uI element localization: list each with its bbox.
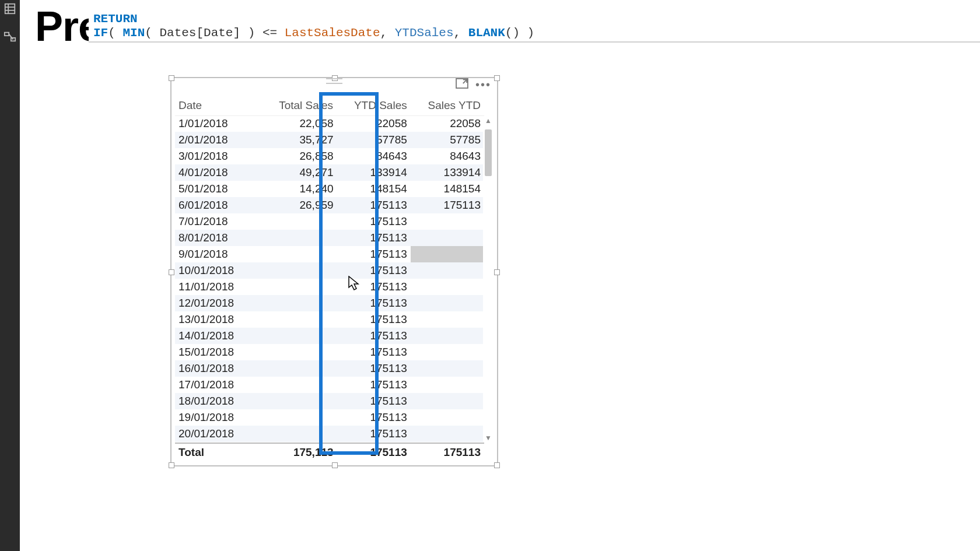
resize-handle-se[interactable] — [494, 462, 500, 468]
cell-total[interactable] — [263, 230, 337, 246]
cell-total[interactable] — [263, 393, 337, 409]
cell-date[interactable]: 18/01/2018 — [175, 393, 263, 409]
cell-date[interactable]: 16/01/2018 — [175, 360, 263, 377]
cell-ytd[interactable]: 22058 — [337, 115, 411, 132]
cell-sytd[interactable]: 175113 — [411, 197, 483, 213]
cell-sytd[interactable] — [411, 328, 483, 344]
table-row[interactable]: 13/01/2018175113 — [175, 311, 483, 328]
cell-sytd[interactable] — [411, 279, 483, 295]
cell-total[interactable] — [263, 246, 337, 262]
cell-total[interactable]: 26,959 — [263, 197, 337, 213]
cell-date[interactable]: 9/01/2018 — [175, 246, 263, 262]
cell-total[interactable]: 49,271 — [263, 164, 337, 181]
cell-ytd[interactable]: 175113 — [337, 344, 411, 360]
cell-ytd[interactable]: 84643 — [337, 148, 411, 164]
table-row[interactable]: 10/01/2018175113 — [175, 262, 483, 279]
table-row[interactable]: 3/01/201826,8588464384643 — [175, 148, 483, 164]
cell-sytd[interactable]: 148154 — [411, 181, 483, 197]
cell-date[interactable]: 1/01/2018 — [175, 115, 263, 132]
cell-date[interactable]: 20/01/2018 — [175, 426, 263, 442]
cell-sytd[interactable]: 22058 — [411, 115, 483, 132]
resize-handle-w[interactable] — [169, 269, 174, 275]
table-row[interactable]: 9/01/2018175113 — [175, 246, 483, 262]
cell-date[interactable]: 19/01/2018 — [175, 409, 263, 426]
cell-total[interactable] — [263, 295, 337, 311]
cell-sytd[interactable] — [411, 393, 483, 409]
focus-mode-icon[interactable] — [456, 78, 468, 91]
cell-total[interactable] — [263, 311, 337, 328]
cell-sytd[interactable] — [411, 246, 483, 262]
cell-ytd[interactable]: 57785 — [337, 132, 411, 148]
cell-date[interactable]: 11/01/2018 — [175, 279, 263, 295]
cell-date[interactable]: 12/01/2018 — [175, 295, 263, 311]
cell-sytd[interactable]: 57785 — [411, 132, 483, 148]
cell-total[interactable] — [263, 328, 337, 344]
cell-date[interactable]: 5/01/2018 — [175, 181, 263, 197]
scroll-up-icon[interactable]: ▲ — [483, 115, 494, 126]
report-canvas[interactable]: ••• Date Total Sales YTD Sales Sales YTD — [20, 45, 980, 551]
cell-sytd[interactable] — [411, 409, 483, 426]
cell-total[interactable] — [263, 409, 337, 426]
cell-ytd[interactable]: 175113 — [337, 393, 411, 409]
table-row[interactable]: 20/01/2018175113 — [175, 426, 483, 442]
cell-date[interactable]: 7/01/2018 — [175, 213, 263, 230]
cell-ytd[interactable]: 148154 — [337, 181, 411, 197]
cell-date[interactable]: 17/01/2018 — [175, 377, 263, 393]
cell-total[interactable]: 14,240 — [263, 181, 337, 197]
table-row[interactable]: 11/01/2018175113 — [175, 279, 483, 295]
cell-sytd[interactable] — [411, 230, 483, 246]
formula-bar[interactable]: RETURN IF( MIN( Dates[Date] ) <= LastSal… — [89, 12, 980, 43]
data-view-icon[interactable] — [1, 0, 19, 17]
table-row[interactable]: 2/01/201835,7275778557785 — [175, 132, 483, 148]
cell-total[interactable] — [263, 360, 337, 377]
table-row[interactable]: 14/01/2018175113 — [175, 328, 483, 344]
table-row[interactable]: 1/01/201822,0582205822058 — [175, 115, 483, 132]
cell-date[interactable]: 13/01/2018 — [175, 311, 263, 328]
resize-handle-s[interactable] — [332, 462, 338, 468]
col-header-total-sales[interactable]: Total Sales — [261, 96, 337, 116]
cell-total[interactable]: 26,858 — [263, 148, 337, 164]
resize-handle-sw[interactable] — [169, 462, 174, 468]
resize-handle-e[interactable] — [494, 269, 500, 275]
table-row[interactable]: 5/01/201814,240148154148154 — [175, 181, 483, 197]
cell-date[interactable]: 14/01/2018 — [175, 328, 263, 344]
table-row[interactable]: 17/01/2018175113 — [175, 377, 483, 393]
table-visual[interactable]: ••• Date Total Sales YTD Sales Sales YTD — [170, 77, 498, 466]
cell-ytd[interactable]: 175113 — [337, 246, 411, 262]
cell-date[interactable]: 6/01/2018 — [175, 197, 263, 213]
table-row[interactable]: 18/01/2018175113 — [175, 393, 483, 409]
cell-total[interactable] — [263, 262, 337, 279]
cell-ytd[interactable]: 175113 — [337, 377, 411, 393]
scroll-down-icon[interactable]: ▼ — [483, 433, 494, 443]
cell-ytd[interactable]: 175113 — [337, 409, 411, 426]
cell-sytd[interactable]: 84643 — [411, 148, 483, 164]
cell-ytd[interactable]: 175113 — [337, 197, 411, 213]
cell-ytd[interactable]: 175113 — [337, 262, 411, 279]
cell-ytd[interactable]: 175113 — [337, 213, 411, 230]
cell-date[interactable]: 3/01/2018 — [175, 148, 263, 164]
cell-total[interactable] — [263, 279, 337, 295]
table-row[interactable]: 16/01/2018175113 — [175, 360, 483, 377]
table-row[interactable]: 15/01/2018175113 — [175, 344, 483, 360]
cell-date[interactable]: 4/01/2018 — [175, 164, 263, 181]
cell-sytd[interactable] — [411, 311, 483, 328]
cell-date[interactable]: 15/01/2018 — [175, 344, 263, 360]
cell-sytd[interactable] — [411, 344, 483, 360]
cell-sytd[interactable] — [411, 295, 483, 311]
cell-ytd[interactable]: 175113 — [337, 230, 411, 246]
cell-ytd[interactable]: 133914 — [337, 164, 411, 181]
table-row[interactable]: 4/01/201849,271133914133914 — [175, 164, 483, 181]
cell-ytd[interactable]: 175113 — [337, 295, 411, 311]
cell-sytd[interactable] — [411, 377, 483, 393]
cell-ytd[interactable]: 175113 — [337, 426, 411, 442]
table-row[interactable]: 8/01/2018175113 — [175, 230, 483, 246]
cell-date[interactable]: 10/01/2018 — [175, 262, 263, 279]
cell-sytd[interactable] — [411, 262, 483, 279]
col-header-date[interactable]: Date — [175, 96, 261, 116]
cell-total[interactable] — [263, 344, 337, 360]
cell-total[interactable] — [263, 377, 337, 393]
col-header-ytd-sales[interactable]: YTD Sales — [337, 96, 411, 116]
cell-date[interactable]: 8/01/2018 — [175, 230, 263, 246]
table-row[interactable]: 7/01/2018175113 — [175, 213, 483, 230]
model-view-icon[interactable] — [1, 28, 19, 45]
